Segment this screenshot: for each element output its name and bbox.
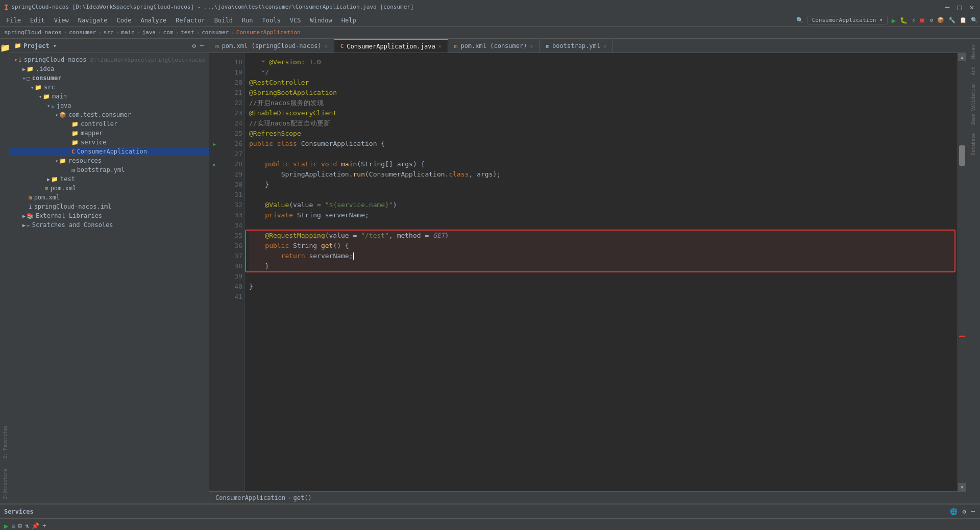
search-everywhere-btn[interactable]: 🔍	[796, 17, 803, 23]
bc-consumer[interactable]: consumer	[69, 29, 96, 36]
tree-service-label: service	[81, 139, 107, 146]
run-btn[interactable]: ▶	[892, 16, 896, 24]
menu-file[interactable]: File	[2, 16, 25, 25]
stop-btn[interactable]: ⏹	[919, 17, 925, 24]
run-gutter-btn[interactable]: ▶	[209, 139, 219, 149]
run-gutter-btn2[interactable]: ▶	[209, 159, 219, 169]
menu-run[interactable]: Run	[238, 16, 257, 25]
editor-content[interactable]: ▶ ▶ 18 19 20 21 22 23 24 25 26 27 28 29 …	[209, 53, 966, 491]
editor-scrollbar[interactable]: ▲ ▼	[958, 53, 966, 491]
scroll-up-btn[interactable]: ▲	[958, 53, 966, 61]
bc-src[interactable]: src	[104, 29, 114, 36]
ant-icon[interactable]: Ant	[969, 63, 978, 79]
tab-bootstrap[interactable]: m bootstrap.yml ✕	[540, 39, 613, 53]
bean-validation-icon[interactable]: Bean Validation	[969, 79, 978, 129]
maven-icon[interactable]: Maven	[969, 41, 978, 63]
debug-btn[interactable]: 🐛	[900, 17, 908, 24]
services-add-btn[interactable]: +	[42, 522, 46, 529]
run-all-btn[interactable]: ▶	[4, 522, 8, 530]
run-config-selector[interactable]: ConsumerApplication ▾	[807, 16, 888, 24]
bootstrap-close-btn[interactable]: ✕	[603, 43, 606, 49]
menu-tools[interactable]: Tools	[258, 16, 285, 25]
services-settings-btn[interactable]: 🌐	[949, 507, 959, 516]
file-tree: ▾ I springCloud-nacos D:\IdeaWorkSpace\s…	[10, 53, 209, 503]
scroll-track[interactable]	[958, 61, 966, 483]
code-line-32: @Value(value = "${service.name}")	[249, 200, 953, 210]
tree-ext-libs[interactable]: ▶ 📚 External Libraries	[10, 211, 209, 220]
menu-window[interactable]: Window	[306, 16, 336, 25]
tree-consumer-app[interactable]: C ConsumerApplication	[10, 147, 209, 156]
tree-pom-root[interactable]: m pom.xml	[10, 193, 209, 202]
tree-com-test-consumer[interactable]: ▾ 📦 com.test.consumer	[10, 110, 209, 119]
menu-navigate[interactable]: Navigate	[74, 16, 112, 25]
tree-idea[interactable]: ▶ 📁 .idea	[10, 64, 209, 73]
tree-root[interactable]: ▾ I springCloud-nacos D:\IdeaWorkSpace\s…	[10, 55, 209, 64]
favorites-icon[interactable]: 2: Favorites	[3, 421, 8, 463]
eb-get[interactable]: get()	[293, 494, 312, 501]
eb-consumerapp[interactable]: ConsumerApplication	[215, 494, 285, 501]
menu-code[interactable]: Code	[113, 16, 136, 25]
menu-help[interactable]: Help	[337, 16, 360, 25]
tab-pom-main[interactable]: m pom.xml (springCloud-nacos) ✕	[209, 39, 334, 53]
tree-mapper[interactable]: 📁 mapper	[10, 129, 209, 138]
services-group-btn[interactable]: ⊞	[18, 522, 22, 529]
tree-controller[interactable]: 📁 controller	[10, 119, 209, 129]
database-icon[interactable]: Database	[969, 129, 978, 159]
project-settings-btn[interactable]: ⚙	[191, 41, 197, 51]
tree-main[interactable]: ▾ 📁 main	[10, 92, 209, 101]
bc-test[interactable]: test	[181, 29, 194, 36]
structure-icon[interactable]: Z-Structure	[3, 465, 8, 503]
tree-src[interactable]: ▾ 📁 src	[10, 83, 209, 92]
minimize-btn[interactable]: ─	[943, 3, 951, 11]
tree-service[interactable]: 📁 service	[10, 138, 209, 147]
tree-scratches[interactable]: ▶ ✏ Scratches and Consoles	[10, 220, 209, 230]
close-btn[interactable]: ✕	[968, 3, 976, 11]
menu-edit[interactable]: Edit	[26, 16, 49, 25]
pom-main-close-btn[interactable]: ✕	[325, 43, 328, 49]
menu-build[interactable]: Build	[210, 16, 237, 25]
services-pin-btn[interactable]: 📌	[32, 522, 39, 529]
tree-bootstrap-yml[interactable]: m bootstrap.yml	[10, 165, 209, 174]
code-line-18: * @Version: 1.0	[249, 57, 953, 67]
tree-pom-consumer[interactable]: m pom.xml	[10, 184, 209, 193]
maximize-btn[interactable]: □	[955, 3, 964, 11]
project-collapse-btn[interactable]: ─	[199, 41, 205, 51]
project-icon[interactable]: 📁	[0, 41, 10, 55]
bc-consumer2[interactable]: consumer	[202, 29, 229, 36]
search-btn[interactable]: 🔍	[971, 17, 978, 23]
services-filter-btn[interactable]: ⚗	[25, 522, 29, 529]
toolbar-btn1[interactable]: ⚙	[929, 17, 933, 23]
tab-consumer-app[interactable]: C ConsumerApplication.java ✕	[334, 39, 448, 53]
toolbar-btn3[interactable]: 🔧	[948, 17, 955, 23]
tree-resources[interactable]: ▾ 📁 resources	[10, 156, 209, 165]
tree-java[interactable]: ▾ ☕ java	[10, 101, 209, 110]
tree-test[interactable]: ▶ 📁 test	[10, 174, 209, 184]
left-sidebar-icons: 📁 2: Favorites Z-Structure	[0, 39, 10, 503]
scroll-thumb[interactable]	[959, 145, 965, 166]
java-arrow: ▾	[47, 103, 50, 109]
bc-consumerapp[interactable]: ConsumerApplication	[236, 29, 301, 36]
bc-com[interactable]: com	[163, 29, 174, 36]
consumer-app-close-btn[interactable]: ✕	[438, 43, 442, 49]
bc-springcloud[interactable]: springCloud-nacos	[4, 29, 62, 36]
pom-consumer-close-btn[interactable]: ✕	[530, 43, 533, 49]
code-editor[interactable]: * @Version: 1.0 */ @RestController @Spri…	[245, 53, 958, 491]
services-config-btn[interactable]: ⚙	[962, 507, 967, 516]
menu-view[interactable]: View	[50, 16, 73, 25]
scroll-down-btn[interactable]: ▼	[958, 483, 966, 491]
tree-consumer[interactable]: ▾ □ consumer	[10, 73, 209, 83]
bc-main[interactable]: main	[121, 29, 135, 36]
consumer-app-tab-icon: C	[340, 43, 344, 49]
menu-analyze[interactable]: Analyze	[136, 16, 170, 25]
bc-java[interactable]: java	[142, 29, 156, 36]
services-minimize-btn[interactable]: ─	[970, 507, 976, 516]
toolbar-btn2[interactable]: 📦	[937, 17, 944, 23]
tab-pom-consumer[interactable]: m pom.xml (consumer) ✕	[448, 39, 540, 53]
menu-vcs[interactable]: VCS	[286, 16, 305, 25]
services-sort-btn[interactable]: ≡	[11, 522, 15, 529]
tree-scratches-label: Scratches and Consoles	[32, 221, 113, 229]
tree-iml[interactable]: i springCloud-nacos.iml	[10, 202, 209, 211]
run-coverage-btn[interactable]: ⚡	[912, 17, 915, 24]
toolbar-btn4[interactable]: 📋	[960, 17, 967, 23]
menu-refactor[interactable]: Refactor	[172, 16, 209, 25]
